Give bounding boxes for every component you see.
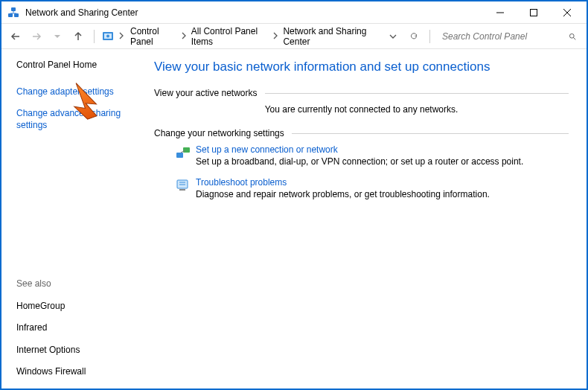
control-panel-home-link[interactable]: Control Panel Home bbox=[16, 60, 139, 71]
search-button[interactable] bbox=[564, 28, 581, 45]
svg-rect-9 bbox=[183, 147, 190, 153]
up-button[interactable] bbox=[70, 28, 86, 45]
chevron-right-icon[interactable] bbox=[118, 31, 124, 42]
divider bbox=[292, 133, 569, 134]
sidebar: Control Panel Home Change adapter settin… bbox=[1, 49, 147, 390]
no-networks-message: You are currently not connected to any n… bbox=[154, 104, 569, 115]
troubleshoot-item: Troubleshoot problems Diagnose and repai… bbox=[175, 177, 569, 199]
breadcrumb: Control Panel All Control Panel Items Ne… bbox=[129, 25, 380, 48]
network-sharing-icon bbox=[7, 7, 19, 19]
control-panel-icon[interactable] bbox=[102, 31, 114, 42]
troubleshoot-icon bbox=[175, 177, 196, 199]
see-also-label: See also bbox=[16, 278, 139, 290]
breadcrumb-item[interactable]: Control Panel bbox=[129, 25, 178, 48]
back-button[interactable] bbox=[7, 28, 24, 45]
setup-connection-item: Set up a new connection or network Set u… bbox=[175, 144, 569, 167]
refresh-button[interactable] bbox=[406, 28, 422, 45]
forward-button bbox=[28, 28, 45, 45]
breadcrumb-item[interactable]: All Control Panel Items bbox=[190, 25, 270, 48]
active-networks-heading: View your active networks bbox=[154, 88, 258, 98]
see-also-windows-firewall[interactable]: Windows Firewall bbox=[16, 366, 139, 378]
address-dropdown-button[interactable] bbox=[385, 28, 401, 45]
chevron-right-icon[interactable] bbox=[272, 31, 278, 42]
setup-connection-link[interactable]: Set up a new connection or network bbox=[196, 144, 338, 155]
svg-point-7 bbox=[569, 33, 574, 38]
see-also-internet-options[interactable]: Internet Options bbox=[16, 345, 139, 357]
svg-rect-8 bbox=[176, 153, 183, 158]
minimize-button[interactable] bbox=[483, 1, 517, 24]
see-also-homegroup[interactable]: HomeGroup bbox=[16, 301, 139, 313]
change-adapter-settings-link[interactable]: Change adapter settings bbox=[16, 86, 139, 98]
breadcrumb-item[interactable]: Network and Sharing Center bbox=[281, 25, 380, 48]
svg-rect-11 bbox=[179, 189, 185, 191]
setup-connection-desc: Set up a broadband, dial-up, or VPN conn… bbox=[196, 156, 523, 167]
svg-rect-2 bbox=[11, 7, 16, 11]
see-also-infrared[interactable]: Infrared bbox=[16, 322, 139, 334]
window-title: Network and Sharing Center bbox=[25, 7, 138, 18]
close-button[interactable] bbox=[550, 1, 584, 24]
troubleshoot-desc: Diagnose and repair network problems, or… bbox=[196, 189, 490, 199]
separator bbox=[429, 30, 430, 43]
change-advanced-sharing-link[interactable]: Change advanced sharing settings bbox=[16, 108, 139, 131]
main-pane: View your basic network information and … bbox=[147, 49, 587, 390]
titlebar: Network and Sharing Center bbox=[1, 1, 587, 24]
troubleshoot-link[interactable]: Troubleshoot problems bbox=[196, 177, 287, 188]
search-input[interactable] bbox=[441, 31, 560, 42]
maximize-button[interactable] bbox=[517, 1, 550, 24]
page-title: View your basic network information and … bbox=[154, 60, 569, 74]
recent-locations-button[interactable] bbox=[49, 28, 65, 45]
divider bbox=[265, 93, 569, 94]
chevron-right-icon[interactable] bbox=[181, 31, 187, 42]
address-bar: Control Panel All Control Panel Items Ne… bbox=[1, 24, 587, 49]
search-box[interactable] bbox=[441, 31, 560, 42]
svg-point-6 bbox=[106, 34, 109, 37]
separator bbox=[94, 30, 95, 43]
svg-rect-3 bbox=[530, 9, 537, 16]
setup-connection-icon bbox=[175, 144, 196, 167]
change-settings-heading: Change your networking settings bbox=[154, 128, 284, 138]
